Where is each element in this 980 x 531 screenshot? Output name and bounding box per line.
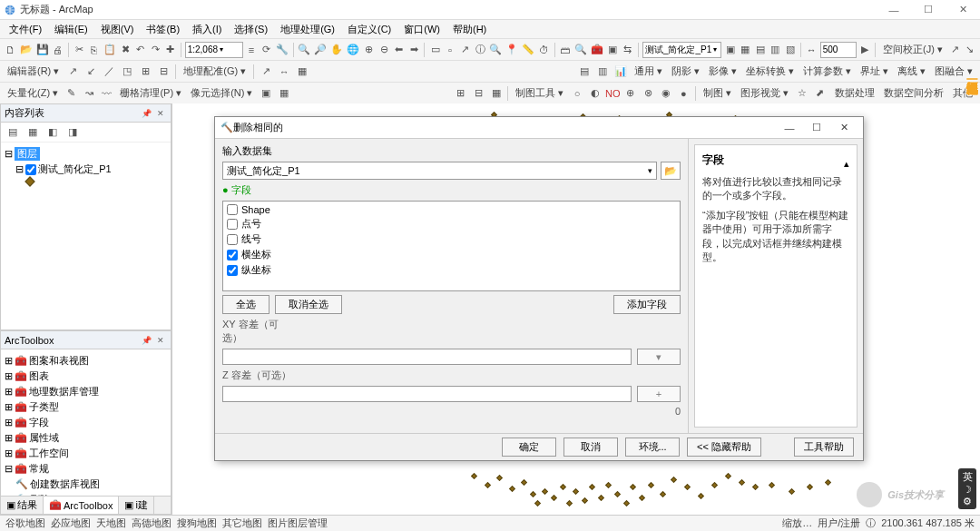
- paste-button[interactable]: 📋: [103, 42, 117, 58]
- arctb-close-icon[interactable]: ✕: [154, 334, 167, 347]
- e2-icon[interactable]: ↙: [83, 64, 99, 80]
- dialog-close-icon[interactable]: ✕: [830, 119, 858, 137]
- dialog-max-icon[interactable]: ☐: [803, 119, 830, 137]
- fixed-zoomin-icon[interactable]: ⊕: [362, 42, 376, 58]
- e1-icon[interactable]: ↗: [64, 64, 81, 80]
- tb-t7[interactable]: ⊞🧰工作空间: [5, 446, 167, 461]
- g2-icon[interactable]: ↔: [276, 64, 292, 80]
- z-tol-input[interactable]: [222, 386, 632, 402]
- status-bing[interactable]: 必应地图: [51, 516, 91, 530]
- scale-combo[interactable]: 1:2,068: [185, 42, 243, 58]
- status-sogou[interactable]: 搜狗地图: [177, 516, 217, 530]
- tab-results[interactable]: ▣结果: [1, 497, 44, 514]
- menu-window[interactable]: 窗口(W): [398, 21, 446, 38]
- cut-button[interactable]: ✂: [73, 42, 86, 58]
- save-button[interactable]: 💾: [35, 42, 50, 58]
- tb-t8[interactable]: ⊟🧰常规: [5, 461, 167, 477]
- full-extent-icon[interactable]: 🌐: [346, 42, 360, 58]
- select-all-button[interactable]: 全选: [222, 295, 270, 314]
- toc-list-icon[interactable]: ▤: [5, 124, 21, 141]
- no-icon[interactable]: NO: [604, 85, 621, 102]
- toc-tree[interactable]: ⊟图层 ⊟ 测试_简化定_P1: [1, 143, 171, 329]
- toc-pin-icon[interactable]: 📌: [140, 107, 152, 120]
- clear-select-icon[interactable]: ▫: [444, 42, 457, 58]
- maximize-button[interactable]: ☐: [915, 1, 942, 19]
- shadow2-menu[interactable]: 影像 ▾: [705, 63, 740, 80]
- generic-menu[interactable]: 通用 ▾: [631, 63, 666, 80]
- wrench-icon[interactable]: 🔧: [275, 42, 289, 58]
- status-zoom[interactable]: 缩放…: [782, 516, 812, 530]
- g1-icon[interactable]: ↗: [258, 64, 274, 80]
- graphicsel-menu[interactable]: 图形视觉 ▾: [737, 84, 792, 102]
- select-elem-icon[interactable]: ↗: [458, 42, 472, 58]
- xy-unit-combo[interactable]: ▾: [637, 349, 681, 365]
- status-gaode[interactable]: 高德地图: [132, 516, 172, 530]
- tab-arctoolbox[interactable]: 🧰ArcToolbox: [44, 497, 119, 514]
- status-user[interactable]: 用户/注册: [818, 516, 860, 530]
- e6-icon[interactable]: ⊟: [155, 64, 172, 80]
- gs1-icon[interactable]: ☆: [794, 85, 809, 102]
- sc2-icon[interactable]: ↘: [963, 42, 976, 58]
- scale-list-icon[interactable]: ≡: [245, 42, 259, 58]
- tb-t4[interactable]: ⊞🧰子类型: [5, 399, 167, 415]
- refresh-icon[interactable]: ⟳: [260, 42, 273, 58]
- t5-icon[interactable]: ▧: [783, 42, 797, 58]
- input-dataset-combo[interactable]: 测试_简化定_P1: [222, 162, 657, 180]
- toc-layer-1-checkbox[interactable]: [25, 164, 36, 175]
- xy-tol-input[interactable]: [222, 349, 632, 365]
- menu-custom[interactable]: 自定义(C): [342, 21, 397, 38]
- toc-layer-1[interactable]: ⊟ 测试_简化定_P1: [5, 162, 167, 177]
- minimize-button[interactable]: —: [880, 1, 907, 19]
- browse-button[interactable]: 📂: [661, 162, 681, 180]
- editor-menu[interactable]: 编辑器(R) ▾: [4, 63, 63, 80]
- fwd-extent-icon[interactable]: ➡: [407, 42, 421, 58]
- catalog-icon[interactable]: 🗃: [559, 42, 573, 58]
- t2-icon[interactable]: ▦: [739, 42, 752, 58]
- d3-icon[interactable]: ⊕: [622, 85, 638, 102]
- tb-t3[interactable]: ⊞🧰地理数据库管理: [5, 384, 167, 399]
- open-button[interactable]: 📂: [19, 42, 34, 58]
- v2-icon[interactable]: ↝: [82, 85, 97, 102]
- t4-icon[interactable]: ▥: [769, 42, 782, 58]
- copy-button[interactable]: ⎘: [87, 42, 101, 58]
- menu-geoprocess[interactable]: 地理处理(G): [275, 21, 340, 38]
- v3-icon[interactable]: 〰: [99, 85, 114, 102]
- drawing-menu[interactable]: 制图 ▾: [700, 84, 735, 102]
- drawtools-menu[interactable]: 制图工具 ▾: [512, 84, 567, 102]
- pan-icon[interactable]: ✋: [329, 42, 344, 58]
- other-menu[interactable]: 其他: [949, 84, 976, 102]
- gs2-icon[interactable]: ⬈: [812, 85, 828, 102]
- layer-combo[interactable]: 测试_简化定_P1: [642, 42, 721, 58]
- r2-icon[interactable]: ▥: [594, 64, 611, 80]
- e3-icon[interactable]: ／: [101, 64, 117, 80]
- tb-t2[interactable]: ⊞🧰图表: [5, 369, 167, 384]
- status-tianditu[interactable]: 天地图: [96, 516, 126, 530]
- zoomout-icon[interactable]: 🔎: [313, 42, 328, 58]
- select-icon[interactable]: ▭: [428, 42, 442, 58]
- menu-bookmarks[interactable]: 书签(B): [141, 21, 185, 38]
- go-button[interactable]: ▶: [858, 42, 872, 58]
- tab-builder[interactable]: ▣i建: [119, 497, 153, 514]
- dialog-titlebar[interactable]: 🔨 删除相同的 — ☐ ✕: [215, 117, 863, 139]
- tool-help-button[interactable]: 工具帮助: [794, 438, 854, 457]
- data-space[interactable]: 数据空间分析: [880, 84, 947, 102]
- toolbox-tree[interactable]: ⊞🧰图案和表视图 ⊞🧰图表 ⊞🧰地理数据库管理 ⊞🧰子类型 ⊞🧰字段 ⊞🧰属性域…: [1, 349, 171, 496]
- env-button[interactable]: 环境...: [625, 438, 680, 457]
- go-input[interactable]: [820, 42, 857, 58]
- toc-symbol[interactable]: [5, 177, 167, 186]
- tb-t5[interactable]: ⊞🧰字段: [5, 415, 167, 430]
- d5-icon[interactable]: ◉: [658, 85, 673, 102]
- cell-menu[interactable]: 像元选择(N) ▾: [187, 84, 256, 102]
- hide-help-button[interactable]: << 隐藏帮助: [687, 438, 761, 457]
- modelbuilder-icon[interactable]: ⇆: [622, 42, 635, 58]
- toc-close-icon[interactable]: ✕: [154, 107, 167, 120]
- print-button[interactable]: 🖨: [52, 42, 65, 58]
- delete-button[interactable]: ✖: [119, 42, 132, 58]
- m3-icon[interactable]: ▦: [488, 85, 504, 102]
- xy-icon[interactable]: 📍: [505, 42, 519, 58]
- find-icon[interactable]: 🔍: [488, 42, 503, 58]
- r3-icon[interactable]: 📊: [612, 64, 629, 80]
- calc-menu[interactable]: 计算参数 ▾: [799, 63, 855, 80]
- fixed-zoomout-icon[interactable]: ⊖: [377, 42, 391, 58]
- status-imglayer[interactable]: 图片图层管理: [268, 516, 328, 530]
